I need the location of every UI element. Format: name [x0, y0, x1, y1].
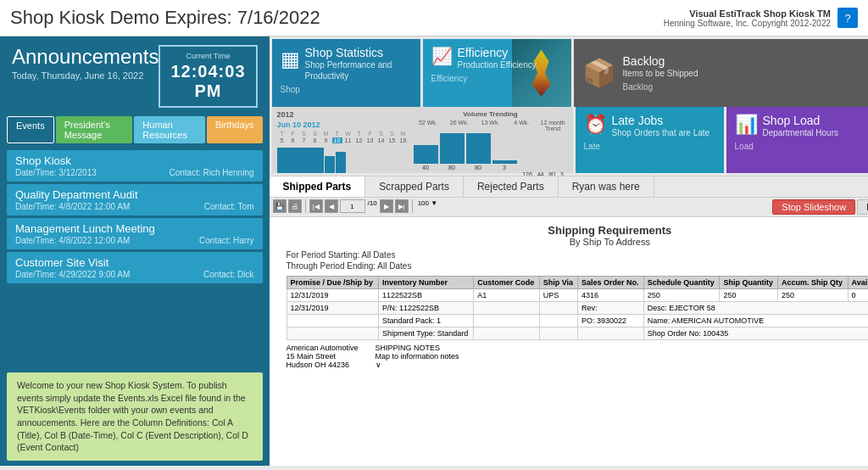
event-title: Management Lunch Meeting — [15, 222, 254, 235]
help-icon[interactable]: ? — [837, 8, 858, 28]
document-toolbar: 💾 🖨 |◀ ◀ 1 /10 ▶ ▶| 100 ▼ Stop Slideshow… — [270, 198, 868, 217]
stop-slideshow-btn[interactable]: Stop Slideshow — [772, 199, 855, 215]
brand-name: Visual EstiTrack Shop Kiosk TM — [664, 8, 831, 19]
doc-subtitle: By Ship To Address — [287, 237, 868, 247]
efficiency-title: Efficiency — [458, 46, 537, 59]
announcements-header: Announcements Today, Thursday, June 16, … — [0, 36, 270, 113]
shop-load-label: Load — [735, 142, 866, 151]
late-jobs-subtitle: Shop Orders that are Late — [612, 127, 710, 138]
shop-load-title: Shop Load — [763, 114, 838, 127]
app-title: Shop Kiosk Demo Expires: 7/16/2022 — [10, 7, 320, 29]
shop-stats-subtitle: Shop Performance and Productivity — [305, 59, 412, 81]
bottom-section: Shipped Parts Scrapped Parts Rejected Pa… — [270, 176, 868, 466]
shop-load-icon: 📊 — [735, 114, 758, 136]
efficiency-icon: 📈 — [431, 46, 453, 66]
doc-period1: For Period Starting: All Dates — [287, 250, 868, 260]
event-item[interactable]: Customer Site Visit Date/Time: 4/29/2022… — [7, 252, 263, 283]
shop-stats-label: Shop — [281, 85, 412, 94]
toolbar-save-icon[interactable]: 💾 — [273, 199, 287, 213]
event-contact: Contact: Rich Henning — [169, 168, 253, 177]
document-area: Shipping Requirements By Ship To Address… — [270, 217, 868, 466]
bottom-tabs: Shipped Parts Scrapped Parts Rejected Pa… — [270, 176, 868, 198]
company-name: Henning Software, Inc. Copyright 2012-20… — [664, 19, 831, 28]
tab-birthdays[interactable]: Birthdays — [207, 116, 263, 143]
tab-ryan-was-here[interactable]: Ryan was here — [559, 176, 654, 197]
left-panel: Announcements Today, Thursday, June 16, … — [0, 36, 270, 466]
events-list: Shop Kiosk Date/Time: 3/12/2013 Contact:… — [0, 147, 270, 369]
table-row: Shipment Type: Standard Shop Order No: 1… — [287, 327, 868, 340]
backlog-icon: 📦 — [582, 57, 616, 89]
toolbar-separator2 — [412, 199, 413, 213]
event-datetime: Date/Time: 4/29/2022 9:00 AM — [15, 270, 130, 279]
volume-chart-title: Volume Trending — [414, 110, 568, 118]
toolbar-page-sep: /10 — [367, 199, 378, 215]
event-item[interactable]: Shop Kiosk Date/Time: 3/12/2013 Contact:… — [7, 150, 263, 182]
tab-human-resources[interactable]: Human Resources — [134, 116, 204, 143]
doc-period2: Through Period Ending: All Dates — [287, 261, 868, 271]
doc-title: Shipping Requirements — [287, 224, 868, 237]
toolbar-nav-prev[interactable]: ◀ — [325, 199, 338, 213]
event-datetime: Date/Time: 4/8/2022 12:00 AM — [15, 202, 130, 211]
tab-shipped-parts[interactable]: Shipped Parts — [270, 176, 366, 197]
tab-rejected-parts[interactable]: Rejected Parts — [464, 176, 559, 197]
shop-load-subtitle: Departmental Hours — [763, 127, 838, 138]
efficiency-label: Efficiency — [431, 74, 563, 83]
tile-backlog[interactable]: 📦 Backlog Items to be Shipped Backlog — [574, 39, 868, 107]
announcements-title: Announcements — [12, 45, 159, 69]
right-panel: ▦ Shop Statistics Shop Performance and P… — [270, 36, 868, 466]
backlog-subtitle: Items to be Shipped — [623, 68, 698, 79]
event-item[interactable]: Quality Department Audit Date/Time: 4/8/… — [7, 184, 263, 215]
event-datetime: Date/Time: 3/12/2013 — [15, 168, 97, 177]
shop-stats-icon: ▦ — [281, 48, 300, 71]
announcements-date: Today, Thursday, June 16, 2022 — [12, 70, 159, 81]
print-btn[interactable]: Print — [857, 199, 868, 215]
tile-efficiency[interactable]: 📈 Efficiency Production Efficiency Effic… — [423, 39, 571, 107]
clock-time: 12:04:03 PM — [170, 62, 245, 101]
backlog-label: Backlog — [623, 82, 698, 92]
tile-shop-load[interactable]: 📊 Shop Load Departmental Hours Load — [726, 107, 868, 173]
chart-month-label: Jun 10 2012 — [277, 120, 409, 129]
event-title: Customer Site Visit — [15, 256, 254, 269]
toolbar-page-input[interactable]: 1 — [340, 199, 365, 213]
event-contact: Contact: Harry — [199, 236, 253, 245]
shop-stats-title: Shop Statistics — [305, 46, 412, 59]
event-title: Shop Kiosk — [15, 154, 254, 167]
tile-shop-stats[interactable]: ▦ Shop Statistics Shop Performance and P… — [272, 39, 420, 107]
table-row: 12/31/2019 1122522SB A1 UPS 4316 250 250… — [287, 289, 868, 302]
company-address: American Automotive 15 Main Street Hudso… — [287, 344, 359, 369]
clock-box: Current Time 12:04:03 PM — [159, 45, 257, 108]
clock-label: Current Time — [170, 52, 245, 60]
toolbar-nav-first[interactable]: |◀ — [309, 199, 323, 213]
events-tabs: Events President's Message Human Resourc… — [0, 113, 270, 147]
event-contact: Contact: Tom — [204, 202, 254, 211]
title-bar: Shop Kiosk Demo Expires: 7/16/2022 Visua… — [0, 0, 868, 36]
table-row: Standard Pack: 1 PO: 3930022 Name: AMERI… — [287, 315, 868, 327]
welcome-text: Welcome to your new Shop Kiosk System. T… — [7, 372, 263, 461]
tile-chart: 2012 Jun 10 2012 T F S S M T W T F — [272, 107, 573, 173]
company-info-area: American Automotive 15 Main Street Hudso… — [287, 344, 868, 369]
event-item[interactable]: Management Lunch Meeting Date/Time: 4/8/… — [7, 218, 263, 249]
tab-presidents-message[interactable]: President's Message — [56, 116, 133, 143]
tab-events[interactable]: Events — [7, 116, 54, 143]
event-title: Quality Department Audit — [15, 188, 254, 201]
toolbar-zoom: 100 ▼ — [416, 199, 440, 215]
toolbar-print-icon[interactable]: 🖨 — [288, 199, 302, 213]
tab-scrapped-parts[interactable]: Scrapped Parts — [365, 176, 464, 197]
efficiency-subtitle: Production Efficiency — [458, 59, 537, 70]
table-row: 12/31/2019 P/N: 1122522SB Rev: Desc: EJE… — [287, 302, 868, 315]
toolbar-nav-next[interactable]: ▶ — [380, 199, 393, 213]
late-jobs-title: Late Jobs — [612, 114, 710, 127]
event-datetime: Date/Time: 4/8/2022 12:00 AM — [15, 236, 130, 245]
late-jobs-label: Late — [584, 142, 715, 151]
shipping-notes: SHIPPING NOTES Map to information notes … — [376, 344, 459, 369]
late-jobs-icon: ⏰ — [584, 114, 607, 136]
tile-late-jobs[interactable]: ⏰ Late Jobs Shop Orders that are Late La… — [576, 107, 724, 173]
backlog-title: Backlog — [623, 54, 698, 68]
toolbar-separator — [305, 199, 306, 213]
event-contact: Contact: Dick — [203, 270, 253, 279]
shipping-table: Promise / Due /Ship by Inventory Number … — [287, 276, 868, 340]
toolbar-nav-last[interactable]: ▶| — [395, 199, 409, 213]
